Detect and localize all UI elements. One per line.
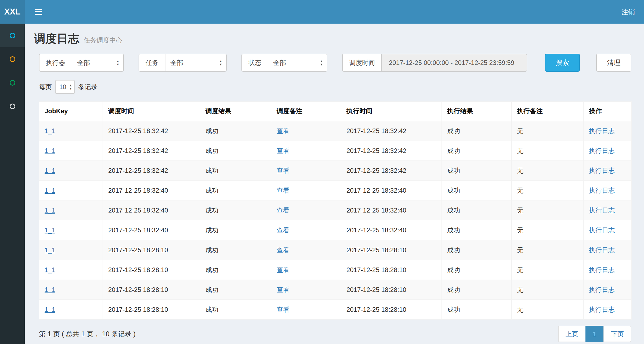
- jobkey-link[interactable]: 1_1: [45, 207, 55, 214]
- exec-log-link[interactable]: 执行日志: [589, 286, 615, 293]
- col-handle-time: 执行时间: [341, 102, 442, 121]
- page-subtitle: 任务调度中心: [84, 36, 122, 44]
- handle-time-cell: 2017-12-25 18:32:40: [341, 200, 442, 220]
- jobkey-link[interactable]: 1_1: [45, 286, 55, 293]
- exec-log-link[interactable]: 执行日志: [589, 306, 615, 313]
- handle-time-cell: 2017-12-25 18:32:42: [341, 121, 442, 141]
- page-summary: 第 1 页 ( 总共 1 页， 10 条记录 ): [39, 330, 136, 338]
- handle-msg-cell: 无: [512, 121, 584, 141]
- jobkey-link[interactable]: 1_1: [45, 306, 55, 313]
- table-row: 1_1 2017-12-25 18:32:40 成功 查看 2017-12-25…: [39, 181, 632, 200]
- handle-time-cell: 2017-12-25 18:32:40: [341, 181, 442, 200]
- exec-log-link[interactable]: 执行日志: [589, 207, 615, 214]
- jobkey-link[interactable]: 1_1: [45, 226, 55, 234]
- view-trigger-msg-link[interactable]: 查看: [277, 306, 290, 313]
- time-filter-label: 调度时间: [342, 54, 381, 72]
- trigger-result-cell: 成功: [200, 300, 271, 320]
- page-size-value: 10: [59, 83, 66, 91]
- prev-page-button[interactable]: 上页: [558, 326, 586, 342]
- clear-button[interactable]: 清理: [596, 54, 631, 72]
- trigger-time-cell: 2017-12-25 18:32:42: [103, 121, 200, 141]
- trigger-result-cell: 成功: [200, 240, 271, 260]
- jobkey-link[interactable]: 1_1: [45, 127, 55, 134]
- current-page-button[interactable]: 1: [585, 326, 604, 342]
- navbar-main: 注销: [25, 0, 644, 24]
- sidebar-item-2[interactable]: [0, 47, 25, 71]
- exec-log-link[interactable]: 执行日志: [589, 147, 615, 154]
- job-filter-group: 任务 全部: [139, 54, 227, 72]
- top-navbar: XXL 注销: [0, 0, 644, 24]
- next-page-button[interactable]: 下页: [603, 326, 631, 342]
- circle-icon: [10, 56, 15, 62]
- page-size-select[interactable]: 10: [55, 80, 75, 94]
- trigger-time-cell: 2017-12-25 18:32:40: [103, 181, 200, 200]
- handle-result-cell: 成功: [442, 181, 512, 200]
- handle-msg-cell: 无: [512, 280, 584, 300]
- view-trigger-msg-link[interactable]: 查看: [277, 266, 290, 273]
- handle-time-cell: 2017-12-25 18:28:10: [341, 240, 442, 260]
- table-row: 1_1 2017-12-25 18:32:40 成功 查看 2017-12-25…: [39, 220, 632, 240]
- handle-msg-cell: 无: [512, 181, 584, 200]
- table-row: 1_1 2017-12-25 18:32:42 成功 查看 2017-12-25…: [39, 121, 632, 141]
- handle-result-cell: 成功: [442, 200, 512, 220]
- page-title: 调度日志: [34, 32, 79, 45]
- col-action: 操作: [584, 102, 632, 121]
- table-row: 1_1 2017-12-25 18:28:10 成功 查看 2017-12-25…: [39, 260, 632, 280]
- handle-time-cell: 2017-12-25 18:28:10: [341, 280, 442, 300]
- exec-log-link[interactable]: 执行日志: [589, 226, 615, 234]
- view-trigger-msg-link[interactable]: 查看: [277, 207, 290, 214]
- handle-msg-cell: 无: [512, 200, 584, 220]
- handle-result-cell: 成功: [442, 240, 512, 260]
- exec-log-link[interactable]: 执行日志: [589, 187, 615, 194]
- jobkey-link[interactable]: 1_1: [45, 187, 55, 194]
- exec-log-link[interactable]: 执行日志: [589, 127, 615, 134]
- table-row: 1_1 2017-12-25 18:32:40 成功 查看 2017-12-25…: [39, 200, 632, 220]
- col-jobkey: JobKey: [39, 102, 103, 121]
- executor-select[interactable]: 全部: [72, 54, 124, 72]
- time-range-input[interactable]: [381, 54, 527, 72]
- view-trigger-msg-link[interactable]: 查看: [277, 187, 290, 194]
- sidebar-item-4[interactable]: [0, 94, 25, 118]
- job-select[interactable]: 全部: [165, 54, 227, 72]
- status-filter-group: 状态 全部: [241, 54, 327, 72]
- content-area: 调度日志 任务调度中心 执行器 全部 任务 全部 状态 全部: [25, 24, 644, 342]
- hamburger-icon[interactable]: [33, 5, 44, 18]
- view-trigger-msg-link[interactable]: 查看: [277, 286, 290, 293]
- jobkey-link[interactable]: 1_1: [45, 246, 55, 254]
- jobkey-link[interactable]: 1_1: [45, 167, 55, 174]
- handle-time-cell: 2017-12-25 18:32:40: [341, 220, 442, 240]
- app-logo[interactable]: XXL: [0, 0, 25, 24]
- view-trigger-msg-link[interactable]: 查看: [277, 246, 290, 254]
- handle-msg-cell: 无: [512, 260, 584, 280]
- jobkey-link[interactable]: 1_1: [45, 266, 55, 273]
- exec-log-link[interactable]: 执行日志: [589, 266, 615, 273]
- sidebar-item-1[interactable]: [0, 24, 25, 47]
- view-trigger-msg-link[interactable]: 查看: [277, 226, 290, 234]
- executor-filter-group: 执行器 全部: [39, 54, 124, 72]
- view-trigger-msg-link[interactable]: 查看: [277, 147, 290, 154]
- search-button[interactable]: 搜索: [545, 54, 580, 72]
- circle-icon: [10, 104, 15, 109]
- trigger-time-cell: 2017-12-25 18:32:40: [103, 200, 200, 220]
- time-filter-group: 调度时间: [342, 54, 527, 72]
- col-trigger-msg: 调度备注: [271, 102, 341, 121]
- col-trigger-result: 调度结果: [200, 102, 271, 121]
- col-trigger-time: 调度时间: [103, 102, 200, 121]
- log-table-header: JobKey 调度时间 调度结果 调度备注 执行时间 执行结果 执行备注 操作: [39, 102, 632, 121]
- handle-result-cell: 成功: [442, 220, 512, 240]
- exec-log-link[interactable]: 执行日志: [589, 167, 615, 174]
- handle-time-cell: 2017-12-25 18:32:42: [341, 141, 442, 161]
- pagination-row: 第 1 页 ( 总共 1 页， 10 条记录 ) 上页 1 下页: [39, 326, 631, 342]
- view-trigger-msg-link[interactable]: 查看: [277, 127, 290, 134]
- status-select[interactable]: 全部: [268, 54, 327, 72]
- view-trigger-msg-link[interactable]: 查看: [277, 167, 290, 174]
- exec-log-link[interactable]: 执行日志: [589, 246, 615, 254]
- pager: 上页 1 下页: [558, 326, 631, 342]
- sidebar-item-3[interactable]: [0, 71, 25, 94]
- jobkey-link[interactable]: 1_1: [45, 147, 55, 154]
- table-row: 1_1 2017-12-25 18:32:42 成功 查看 2017-12-25…: [39, 141, 632, 161]
- table-row: 1_1 2017-12-25 18:28:10 成功 查看 2017-12-25…: [39, 300, 632, 320]
- handle-msg-cell: 无: [512, 300, 584, 320]
- handle-time-cell: 2017-12-25 18:28:10: [341, 260, 442, 280]
- logout-link[interactable]: 注销: [621, 8, 635, 16]
